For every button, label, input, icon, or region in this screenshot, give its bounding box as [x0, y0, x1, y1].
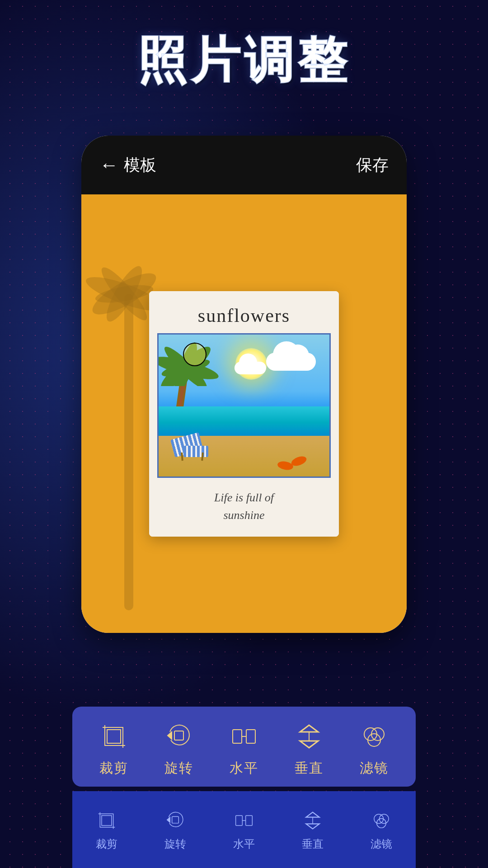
rotate-icon [163, 720, 195, 753]
svg-rect-0 [124, 294, 133, 610]
svg-rect-15 [233, 730, 242, 743]
nav-vertical[interactable]: 垂直 [300, 808, 325, 851]
svg-point-11 [183, 343, 206, 366]
crop-label: 裁剪 [99, 759, 128, 778]
chair-seat [183, 446, 208, 457]
cloud-2 [235, 362, 266, 374]
nav-crop-label: 裁剪 [96, 837, 117, 851]
phone-content: sunflowers [81, 194, 407, 633]
nav-rotate-label: 旋转 [164, 837, 186, 851]
phone-mockup: ← 模板 保存 sunflowers [81, 136, 407, 633]
svg-marker-14 [168, 732, 172, 739]
nav-rotate[interactable]: 旋转 [163, 808, 188, 851]
svg-marker-18 [300, 725, 318, 732]
vertical-label: 垂直 [295, 759, 324, 778]
tool-crop[interactable]: 裁剪 [98, 720, 130, 778]
card-caption: Life is full of sunshine [149, 478, 339, 537]
ocean-element [159, 406, 329, 438]
nav-horizontal[interactable]: 水平 [232, 808, 257, 851]
svg-rect-25 [172, 816, 179, 823]
phone-topbar: ← 模板 保存 [81, 136, 407, 194]
nav-crop-icon [94, 808, 119, 833]
app-title: 照片调整 [0, 27, 488, 94]
tool-filter[interactable]: 滤镜 [358, 720, 390, 778]
beach-element [159, 436, 329, 476]
palm-leaves-svg [157, 333, 235, 386]
svg-marker-31 [306, 824, 319, 829]
cloud-1 [266, 353, 316, 371]
edit-toolbar: 裁剪 旋转 水平 垂直 [72, 707, 416, 787]
bottom-nav: 裁剪 旋转 水平 垂直 [72, 791, 416, 868]
filter-label: 滤镜 [360, 759, 389, 778]
svg-rect-12 [107, 730, 121, 743]
svg-rect-13 [174, 731, 183, 740]
nav-rotate-icon [163, 808, 188, 833]
horizontal-label: 水平 [230, 759, 258, 778]
svg-rect-16 [246, 730, 255, 743]
svg-marker-30 [306, 812, 319, 817]
nav-crop[interactable]: 裁剪 [94, 808, 119, 851]
svg-marker-19 [300, 741, 318, 748]
beach-chair [172, 436, 213, 461]
nav-vertical-icon [300, 808, 325, 833]
save-button[interactable]: 保存 [356, 154, 389, 176]
nav-filter[interactable]: 滤镜 [369, 808, 394, 851]
filter-icon [358, 720, 390, 753]
back-button[interactable]: ← 模板 [99, 154, 156, 176]
svg-rect-27 [236, 816, 243, 826]
chair-leg-2 [201, 452, 204, 460]
tool-vertical[interactable]: 垂直 [293, 720, 325, 778]
back-label: 模板 [124, 154, 156, 176]
tool-rotate[interactable]: 旋转 [163, 720, 195, 778]
card-title: sunflowers [149, 291, 339, 333]
rotate-label: 旋转 [164, 759, 193, 778]
back-arrow-icon: ← [99, 154, 118, 176]
crop-icon [98, 720, 130, 753]
nav-filter-icon [369, 808, 394, 833]
tool-horizontal[interactable]: 水平 [228, 720, 260, 778]
horizontal-icon [228, 720, 260, 753]
card-image [157, 333, 331, 478]
svg-rect-28 [246, 816, 253, 826]
nav-filter-label: 滤镜 [371, 837, 392, 851]
nav-horizontal-icon [232, 808, 257, 833]
svg-rect-24 [102, 816, 112, 826]
card-caption-text: Life is full of sunshine [156, 489, 332, 524]
nav-vertical-label: 垂直 [302, 837, 324, 851]
svg-marker-26 [167, 817, 170, 823]
nav-horizontal-label: 水平 [233, 837, 255, 851]
photo-card: sunflowers [149, 291, 339, 537]
vertical-icon [293, 720, 325, 753]
